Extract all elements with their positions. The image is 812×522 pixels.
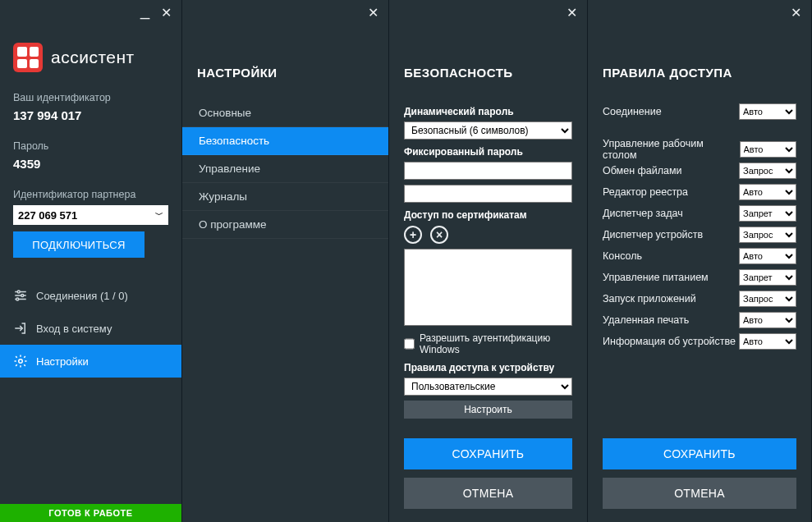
cert-access-label: Доступ по сертификатам [404, 209, 572, 221]
security-title: БЕЗОПАСНОСТЬ [389, 23, 587, 99]
rule-label: Консоль [603, 250, 642, 262]
main-panel: _ ✕ ассистент Ваш идентификатор 137 994 … [0, 0, 182, 522]
password-value: 4359 [13, 157, 168, 171]
settings-panel: ✕ НАСТРОЙКИ Основные Безопасность Управл… [182, 0, 389, 522]
rule-row: Удаленная печатьАвтоЗапросЗапрет [603, 309, 796, 331]
your-id-label: Ваш идентификатор [13, 92, 168, 103]
main-menu: Соединения (1 / 0) Вход в систему Настро… [0, 279, 181, 378]
your-id-section: Ваш идентификатор 137 994 017 [0, 89, 181, 137]
rule-label: Соединение [603, 106, 662, 117]
rule-row: Диспетчер устройствАвтоЗапросЗапрет [603, 224, 796, 245]
gear-icon [13, 354, 28, 369]
rule-label: Обмен файлами [603, 165, 682, 176]
configure-button[interactable]: Настроить [404, 401, 572, 419]
security-footer: СОХРАНИТЬ ОТМЕНА [404, 438, 572, 509]
settings-title: НАСТРОЙКИ [182, 23, 388, 99]
rule-row: Обмен файламиАвтоЗапросЗапрет [603, 160, 796, 181]
menu-settings[interactable]: Настройки [0, 345, 181, 378]
partner-id-dropdown[interactable]: 227 069 571 ﹀ [13, 205, 168, 225]
menu-connections-label: Соединения (1 / 0) [36, 290, 128, 302]
fixed-password-input-1[interactable] [404, 162, 572, 180]
rule-select[interactable]: АвтоЗапросЗапрет [739, 269, 796, 286]
svg-point-1 [17, 291, 20, 293]
rule-select[interactable]: АвтоЗапросЗапрет [739, 184, 796, 200]
rule-select[interactable]: АвтоЗапросЗапрет [739, 205, 796, 222]
plus-icon: + [410, 228, 416, 241]
access-panel: ✕ ПРАВИЛА ДОСТУПА СоединениеАвтоЗапросЗа… [588, 0, 812, 522]
settings-item-security[interactable]: Безопасность [182, 127, 388, 155]
rule-select[interactable]: АвтоЗапросЗапрет [739, 291, 796, 307]
rule-row: КонсольАвтоЗапросЗапрет [603, 245, 796, 267]
brand-block: ассистент [0, 23, 181, 89]
x-icon: × [436, 228, 443, 241]
rule-select[interactable]: АвтоЗапросЗапрет [739, 312, 796, 328]
cert-list-box[interactable] [404, 249, 572, 326]
rule-select[interactable]: АвтоЗапросЗапрет [739, 333, 796, 350]
remove-cert-button[interactable]: × [430, 226, 448, 244]
rule-row: Запуск приложенийАвтоЗапросЗапрет [603, 288, 796, 309]
rule-select[interactable]: АвтоЗапросЗапрет [739, 227, 796, 243]
rule-row: Диспетчер задачАвтоЗапросЗапрет [603, 203, 796, 224]
access-title: ПРАВИЛА ДОСТУПА [588, 23, 811, 99]
rule-label: Удаленная печать [603, 314, 689, 326]
partner-section: Идентификатор партнера 227 069 571 ﹀ ПОД… [0, 185, 181, 264]
settings-window-controls: ✕ [182, 0, 388, 23]
device-rules-label: Правила доступа к устройству [404, 362, 572, 373]
rule-row: СоединениеАвтоЗапросЗапрет [603, 101, 796, 122]
menu-login[interactable]: Вход в систему [0, 312, 181, 345]
rule-select[interactable]: АвтоЗапросЗапрет [739, 163, 796, 179]
rule-label: Управление питанием [603, 272, 709, 283]
add-cert-button[interactable]: + [404, 226, 422, 244]
cancel-button[interactable]: ОТМЕНА [404, 478, 572, 509]
settings-item-about[interactable]: О программе [182, 211, 388, 239]
rule-select[interactable]: АвтоЗапросЗапрет [739, 248, 796, 264]
main-window-controls: _ ✕ [0, 0, 181, 23]
settings-list: Основные Безопасность Управление Журналы… [182, 99, 388, 239]
rule-select[interactable]: АвтоЗапросЗапрет [739, 103, 796, 120]
rule-select[interactable]: АвтоЗапросЗапрет [740, 141, 796, 158]
close-icon[interactable]: ✕ [791, 7, 801, 20]
dyn-password-select[interactable]: Безопасный (6 символов) [404, 121, 572, 140]
winauth-row[interactable]: Разрешить аутентификацию Windows [404, 332, 572, 355]
status-bar: ГОТОВ К РАБОТЕ [0, 504, 181, 522]
sliders-icon [13, 288, 28, 303]
rule-row: Управление питаниемАвтоЗапросЗапрет [603, 267, 796, 288]
settings-item-main[interactable]: Основные [182, 99, 388, 127]
chevron-down-icon: ﹀ [155, 209, 163, 221]
minimize-icon[interactable]: _ [140, 2, 149, 18]
close-icon[interactable]: ✕ [161, 7, 172, 20]
settings-item-logs[interactable]: Журналы [182, 183, 388, 211]
cancel-button[interactable]: ОТМЕНА [603, 478, 796, 509]
rule-label: Редактор реестра [603, 186, 688, 198]
menu-connections[interactable]: Соединения (1 / 0) [0, 279, 181, 312]
settings-item-control[interactable]: Управление [182, 155, 388, 183]
connect-button[interactable]: ПОДКЛЮЧИТЬСЯ [13, 231, 145, 258]
rule-row: Информация об устройствеАвтоЗапросЗапрет [603, 331, 796, 352]
rule-label: Информация об устройстве [603, 336, 736, 347]
security-panel: ✕ БЕЗОПАСНОСТЬ Динамический пароль Безоп… [389, 0, 588, 522]
password-label: Пароль [13, 140, 168, 152]
rule-label: Запуск приложений [603, 293, 696, 304]
fixed-password-label: Фиксированный пароль [404, 146, 572, 158]
brand-text: ассистент [51, 48, 135, 67]
your-id-value: 137 994 017 [13, 108, 168, 122]
close-icon[interactable]: ✕ [567, 7, 577, 20]
device-rules-select[interactable]: Пользовательские [404, 378, 572, 396]
save-button[interactable]: СОХРАНИТЬ [603, 438, 796, 469]
login-icon [13, 321, 28, 336]
fixed-password-input-2[interactable] [404, 185, 572, 203]
menu-login-label: Вход в систему [36, 323, 112, 335]
save-button[interactable]: СОХРАНИТЬ [404, 438, 572, 469]
security-window-controls: ✕ [389, 0, 587, 23]
close-icon[interactable]: ✕ [368, 7, 378, 20]
partner-id-label: Идентификатор партнера [13, 189, 168, 200]
svg-point-3 [21, 295, 24, 297]
access-footer: СОХРАНИТЬ ОТМЕНА [603, 438, 796, 509]
rule-row: Редактор реестраАвтоЗапросЗапрет [603, 181, 796, 203]
cert-buttons: + × [404, 226, 572, 244]
svg-point-6 [19, 359, 23, 364]
rule-label: Диспетчер задач [603, 208, 683, 219]
partner-id-value: 227 069 571 [18, 209, 77, 222]
dyn-password-label: Динамический пароль [404, 106, 572, 117]
winauth-checkbox[interactable] [404, 338, 415, 350]
